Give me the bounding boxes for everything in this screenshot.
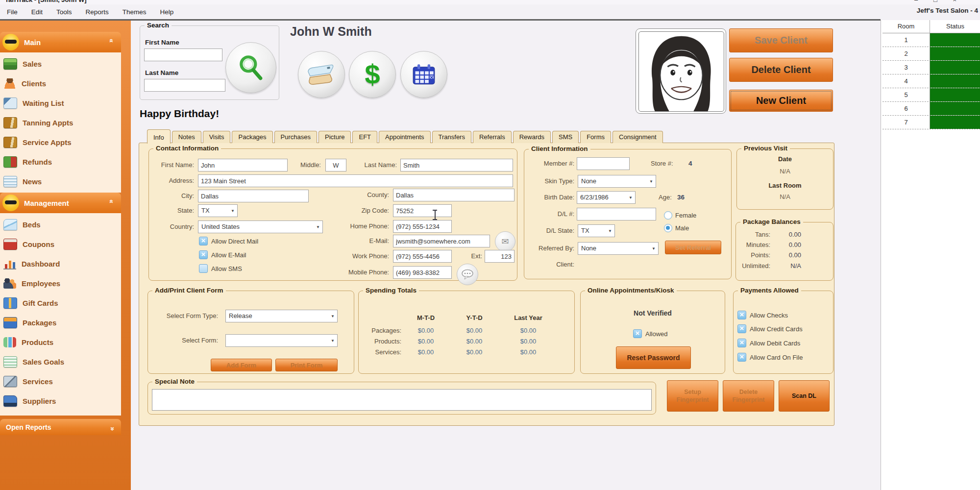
room-status-cell[interactable] [930, 33, 980, 47]
room-status-cell[interactable] [930, 61, 980, 74]
room-status-cell[interactable] [930, 116, 980, 129]
room-status-cell[interactable] [930, 74, 980, 88]
address-input[interactable] [198, 174, 513, 187]
referred-by-select[interactable]: None [578, 242, 659, 255]
sidebar-item-beds[interactable]: Beds [0, 215, 121, 234]
sidebar-item-service-appts[interactable]: Service Appts [0, 132, 121, 152]
online-allowed-checkbox[interactable]: Allowed [633, 329, 668, 338]
female-radio[interactable]: Female [664, 211, 696, 220]
tab-rewards[interactable]: Rewards [513, 131, 551, 143]
appointments-button[interactable] [400, 51, 447, 98]
send-email-button[interactable]: ✉ [495, 231, 515, 252]
tab-transfers[interactable]: Transfers [432, 131, 471, 143]
sidebar-section-management[interactable]: Management [0, 193, 121, 213]
collapse-chevron-icon[interactable] [108, 199, 115, 206]
setup-fingerprint-button[interactable]: Setup Fingerprint [667, 380, 718, 412]
middle-name-input[interactable] [325, 159, 346, 172]
allow-direct-mail-checkbox[interactable]: Allow Direct Mail [199, 237, 258, 245]
dl-state-select[interactable]: TX [578, 224, 615, 237]
sidebar-item-tanning-appts[interactable]: Tanning Appts [0, 113, 121, 132]
allow-checks-checkbox[interactable]: Allow Checks [737, 311, 788, 319]
tanning-session-button[interactable] [298, 51, 345, 98]
sidebar-item-coupons[interactable]: Coupons [0, 234, 121, 254]
sidebar-item-gift-cards[interactable]: Gift Cards [0, 293, 121, 313]
sidebar-item-packages[interactable]: Packages [0, 313, 121, 332]
menu-edit[interactable]: Edit [24, 8, 49, 16]
expand-chevron-icon[interactable] [108, 424, 115, 431]
extension-input[interactable] [485, 250, 514, 263]
sidebar-item-sales[interactable]: Sales [0, 54, 121, 74]
allow-card-on-file-checkbox[interactable]: Allow Card On File [737, 353, 803, 362]
sidebar-item-refunds[interactable]: Refunds [0, 152, 121, 172]
sidebar-item-waiting-list[interactable]: Waiting List [0, 93, 121, 113]
room-status-cell[interactable] [930, 88, 980, 101]
menu-reports[interactable]: Reports [79, 8, 116, 16]
sidebar-item-clients[interactable]: Clients [0, 74, 121, 93]
window-controls[interactable]: – □ × [914, 0, 963, 3]
city-input[interactable] [198, 190, 309, 202]
tab-forms[interactable]: Forms [580, 131, 611, 143]
country-select[interactable]: United States [198, 220, 323, 233]
tab-picture[interactable]: Picture [318, 131, 351, 143]
tab-packages[interactable]: Packages [232, 131, 272, 143]
menu-help[interactable]: Help [153, 8, 181, 16]
room-status-cell[interactable] [930, 47, 980, 60]
male-radio[interactable]: Male [664, 224, 689, 232]
delete-fingerprint-button[interactable]: Delete Fingerprint [723, 380, 774, 412]
sidebar-item-sales-goals[interactable]: Sales Goals [0, 352, 121, 371]
menu-tools[interactable]: Tools [49, 8, 79, 16]
collapse-chevron-icon[interactable] [108, 39, 115, 46]
sidebar-item-news[interactable]: News [0, 172, 121, 191]
zip-code-input[interactable] [393, 204, 452, 217]
county-input[interactable] [393, 189, 514, 201]
mobile-phone-input[interactable] [393, 266, 452, 279]
allow-credit-cards-checkbox[interactable]: Allow Credit Cards [737, 324, 803, 333]
add-form-button[interactable]: Add Form [211, 359, 272, 371]
new-client-button[interactable]: New Client [729, 90, 833, 112]
sidebar-item-dashboard[interactable]: Dashboard [0, 254, 121, 273]
sidebar-section-main[interactable]: Main [0, 32, 121, 52]
tab-visits[interactable]: Visits [203, 131, 231, 143]
allow-sms-checkbox[interactable]: Allow SMS [199, 264, 242, 273]
send-sms-button[interactable] [457, 264, 478, 285]
delete-client-button[interactable]: Delete Client [729, 58, 833, 82]
email-input[interactable] [393, 235, 490, 247]
sidebar-item-employees[interactable]: Employees [0, 273, 121, 293]
sidebar-item-suppliers[interactable]: Suppliers [0, 391, 121, 411]
last-name-search-input[interactable] [144, 79, 225, 92]
member-number-input[interactable] [577, 157, 630, 170]
form-select[interactable] [225, 334, 338, 347]
print-form-button[interactable]: Print Form [275, 359, 338, 371]
allow-email-checkbox[interactable]: Allow E-Mail [199, 250, 246, 259]
sidebar-section-open-reports[interactable]: Open Reports [0, 419, 121, 435]
tab-notes[interactable]: Notes [172, 131, 201, 143]
tab-consignment[interactable]: Consignment [612, 131, 663, 143]
menu-file[interactable]: File [0, 8, 24, 16]
save-client-button[interactable]: Save Client [729, 28, 833, 52]
birth-date-select[interactable]: 6/23/1986 [577, 191, 636, 204]
set-referral-button[interactable]: Set Referral [665, 241, 721, 254]
sidebar-item-products[interactable]: Products [0, 332, 121, 352]
tab-referrals[interactable]: Referrals [473, 131, 512, 143]
state-select[interactable]: TX [198, 204, 238, 217]
allow-debit-cards-checkbox[interactable]: Allow Debit Cards [737, 339, 800, 347]
special-note-input[interactable] [152, 389, 652, 411]
tab-purchases[interactable]: Purchases [274, 131, 317, 143]
scan-dl-button[interactable]: Scan DL [779, 380, 830, 412]
first-name-input[interactable] [198, 159, 288, 172]
payment-button[interactable]: $ [349, 51, 396, 98]
tab-appointments[interactable]: Appointments [379, 131, 431, 143]
client-photo-frame[interactable] [636, 28, 726, 114]
sidebar-item-services[interactable]: Services [0, 371, 121, 391]
search-button[interactable] [225, 42, 276, 93]
tab-sms[interactable]: SMS [552, 131, 579, 143]
last-name-input[interactable] [400, 159, 513, 172]
tab-eft[interactable]: EFT [352, 131, 377, 143]
menu-themes[interactable]: Themes [116, 8, 153, 16]
reset-password-button[interactable]: Reset Password [616, 346, 691, 369]
home-phone-input[interactable] [393, 220, 452, 233]
drivers-license-input[interactable] [577, 208, 656, 220]
room-status-cell[interactable] [930, 102, 980, 115]
form-type-select[interactable]: Release [225, 310, 338, 322]
skin-type-select[interactable]: None [578, 175, 656, 188]
